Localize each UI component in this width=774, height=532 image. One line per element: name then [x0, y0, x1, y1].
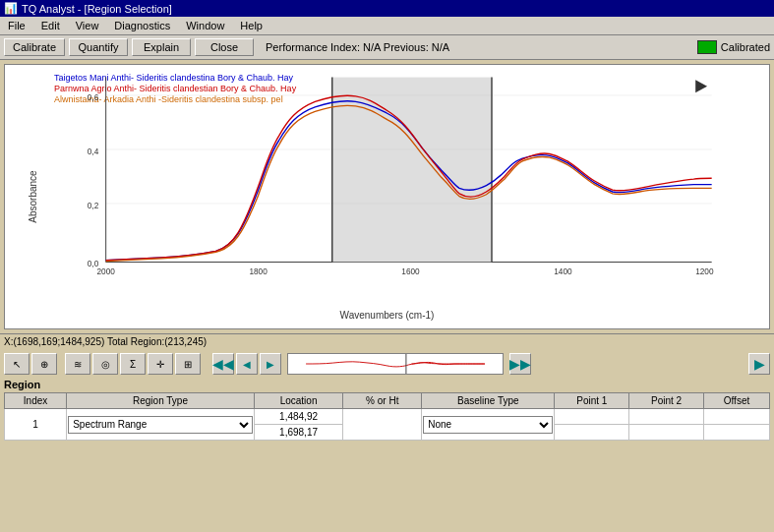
- far-right-arrow-button[interactable]: ▶: [748, 353, 770, 375]
- main-toolbar: Calibrate Quantify Explain Close Perform…: [0, 35, 774, 60]
- performance-index: Performance Index: N/A Previous: N/A: [266, 41, 693, 53]
- cross-tool-button[interactable]: ✛: [148, 353, 173, 375]
- svg-text:1200: 1200: [695, 267, 714, 276]
- region-type-select[interactable]: Spectrum Range: [68, 416, 253, 434]
- chart-svg[interactable]: 0,6 0,4 0,2 0,0 2000 1800 1600 1400 1200: [49, 73, 761, 289]
- explain-button[interactable]: Explain: [132, 38, 191, 56]
- region-title: Region: [4, 379, 770, 390]
- menu-window[interactable]: Window: [182, 19, 228, 32]
- col-header-location: Location: [254, 393, 342, 409]
- calibrate-button[interactable]: Calibrate: [4, 38, 65, 56]
- title-bar: 📊 TQ Analyst - [Region Selection]: [0, 0, 774, 17]
- region-table: Index Region Type Location % or Ht Basel…: [4, 392, 770, 441]
- menu-view[interactable]: View: [72, 19, 103, 32]
- bottom-panel: ↖ ⊕ ≋ ◎ Σ ✛ ⊞ ◀◀ ◀ ▶ ▶▶ ▶: [0, 349, 774, 444]
- calibrated-green-box: [697, 40, 717, 54]
- nav-left-left-button[interactable]: ◀◀: [212, 353, 234, 375]
- chart-inner[interactable]: 0,6 0,4 0,2 0,0 2000 1800 1600 1400 1200: [49, 73, 761, 289]
- menu-help[interactable]: Help: [236, 19, 267, 32]
- app-icon: 📊: [4, 2, 18, 15]
- grid-tool-button[interactable]: ⊞: [175, 353, 201, 375]
- col-header-point2: Point 2: [629, 393, 704, 409]
- status-bar: X:(1698,169;1484,925) Total Region:(213,…: [0, 333, 774, 349]
- menu-diagnostics[interactable]: Diagnostics: [110, 19, 174, 32]
- col-header-type: Region Type: [67, 393, 255, 409]
- toolbar2: ↖ ⊕ ≋ ◎ Σ ✛ ⊞ ◀◀ ◀ ▶ ▶▶ ▶: [4, 351, 770, 377]
- col-header-point1: Point 1: [555, 393, 629, 409]
- nav-right-right-button[interactable]: ▶▶: [509, 353, 531, 375]
- svg-text:1800: 1800: [249, 267, 268, 276]
- row-baseline[interactable]: None: [422, 409, 555, 441]
- x-axis-label: Wavenumbers (cm-1): [340, 310, 435, 321]
- calibrated-label: Calibrated: [721, 41, 770, 53]
- row-location-2: 1,698,17: [254, 425, 342, 441]
- calibrated-indicator: Calibrated: [697, 40, 770, 54]
- coord-status: X:(1698,169;1484,925) Total Region:(213,…: [4, 336, 207, 347]
- col-header-pct: % or Ht: [343, 393, 422, 409]
- svg-text:0,2: 0,2: [88, 202, 99, 210]
- menu-edit[interactable]: Edit: [37, 19, 64, 32]
- row-location-1: 1,484,92: [254, 409, 342, 425]
- baseline-type-select[interactable]: None: [423, 416, 553, 434]
- row-offset-2: [703, 425, 769, 441]
- svg-marker-18: [695, 80, 707, 92]
- col-header-baseline: Baseline Type: [422, 393, 555, 409]
- quantify-button[interactable]: Quantify: [69, 38, 128, 56]
- row-pct: [343, 409, 422, 441]
- y-axis-label: Absorbance: [28, 170, 38, 222]
- sigma-tool-button[interactable]: Σ: [120, 353, 146, 375]
- select-tool-button[interactable]: ↖: [4, 353, 30, 375]
- svg-text:1600: 1600: [401, 267, 420, 276]
- row-point1: [555, 409, 629, 425]
- row-point2-2: [629, 425, 704, 441]
- eye-tool-button[interactable]: ◎: [92, 353, 118, 375]
- nav-right-button[interactable]: ▶: [260, 353, 281, 375]
- nav-left-button[interactable]: ◀: [236, 353, 258, 375]
- row-point2: [629, 409, 704, 425]
- zoom-tool-button[interactable]: ⊕: [31, 353, 57, 375]
- title-text: TQ Analyst - [Region Selection]: [22, 3, 172, 15]
- svg-text:1400: 1400: [554, 267, 572, 276]
- region-section: Region Index Region Type Location % or H…: [4, 377, 770, 443]
- row-type[interactable]: Spectrum Range: [67, 409, 255, 441]
- wave-tool-button[interactable]: ≋: [65, 353, 90, 375]
- row-offset: [703, 409, 769, 425]
- table-row: 1 Spectrum Range 1,484,92 None: [5, 409, 770, 425]
- row-point1-2: [555, 425, 629, 441]
- close-button[interactable]: Close: [195, 38, 254, 56]
- svg-rect-15: [332, 78, 492, 263]
- mini-chart[interactable]: [287, 353, 504, 375]
- svg-text:2000: 2000: [96, 267, 115, 276]
- svg-text:0,4: 0,4: [88, 148, 99, 156]
- chart-container: Taigetos Mani Anthi- Sideritis clandesti…: [4, 64, 770, 329]
- svg-text:0,6: 0,6: [88, 93, 99, 102]
- menu-bar: File Edit View Diagnostics Window Help: [0, 17, 774, 35]
- col-header-offset: Offset: [703, 393, 769, 409]
- menu-file[interactable]: File: [4, 19, 30, 32]
- row-index: 1: [5, 409, 67, 441]
- col-header-index: Index: [5, 393, 67, 409]
